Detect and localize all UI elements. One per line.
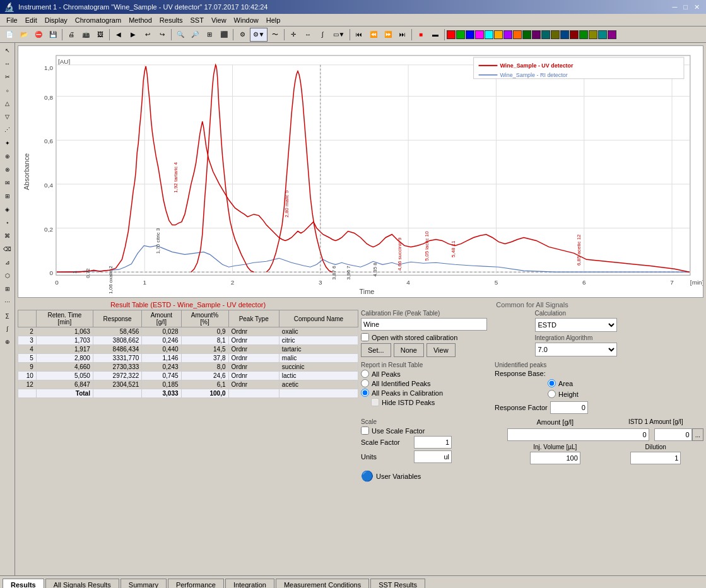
preview-btn[interactable]: 🖼 bbox=[93, 28, 107, 42]
sidebar-tool-10[interactable]: ✉ bbox=[1, 177, 14, 189]
print2-btn[interactable]: 📠 bbox=[79, 28, 93, 42]
tab-measurement-conditions[interactable]: Measurement Conditions bbox=[276, 579, 369, 588]
tab-integration[interactable]: Integration bbox=[225, 579, 274, 588]
sidebar-tool-6[interactable]: ⋰ bbox=[1, 124, 14, 136]
menu-item-method[interactable]: Method bbox=[125, 15, 156, 25]
hide-istd-checkbox[interactable] bbox=[371, 398, 379, 406]
menu-item-display[interactable]: Display bbox=[41, 15, 71, 25]
color-stop-12[interactable] bbox=[560, 30, 569, 39]
color-stop-3[interactable] bbox=[475, 30, 484, 39]
istd-browse-button[interactable]: ... bbox=[692, 428, 703, 441]
color-stop-4[interactable] bbox=[485, 30, 493, 39]
sidebar-tool-22[interactable]: ⊕ bbox=[1, 336, 14, 348]
tab-performance[interactable]: Performance bbox=[168, 579, 224, 588]
cursor-btn[interactable]: ✛ bbox=[286, 28, 300, 42]
sidebar-tool-1[interactable]: ↔ bbox=[1, 57, 14, 70]
back-btn[interactable]: ◀ bbox=[112, 28, 126, 42]
settings-btn[interactable]: ⚙ bbox=[235, 28, 249, 42]
tab-all-signals-results[interactable]: All Signals Results bbox=[45, 579, 119, 588]
color-stop-14[interactable] bbox=[579, 30, 588, 39]
sidebar-tool-2[interactable]: ✂ bbox=[1, 71, 14, 83]
sidebar-tool-15[interactable]: ⌫ bbox=[1, 243, 14, 256]
menu-item-sst[interactable]: SST bbox=[187, 15, 208, 25]
integrate-btn[interactable]: ∫ bbox=[315, 28, 329, 42]
open-btn[interactable]: 📂 bbox=[17, 28, 31, 42]
sidebar-tool-5[interactable]: ▽ bbox=[1, 110, 14, 123]
sidebar-tool-14[interactable]: ⌘ bbox=[1, 230, 14, 242]
tab-results[interactable]: Results bbox=[3, 579, 44, 588]
sidebar-tool-13[interactable]: ⋆ bbox=[1, 216, 14, 229]
units-input[interactable] bbox=[414, 450, 452, 463]
new-btn[interactable]: 📄 bbox=[3, 28, 16, 42]
sidebar-tool-17[interactable]: ⬡ bbox=[1, 269, 14, 282]
select-btn[interactable]: ▭▼ bbox=[330, 28, 348, 42]
amount-input[interactable] bbox=[507, 428, 649, 441]
sidebar-tool-11[interactable]: ⊞ bbox=[1, 190, 14, 203]
calib-file-input[interactable] bbox=[361, 318, 487, 331]
filter-btn[interactable]: ⚙▼ bbox=[250, 28, 268, 42]
minimize-button[interactable]: ─ bbox=[670, 3, 680, 11]
overlay-btn[interactable]: ▬ bbox=[428, 28, 442, 42]
color-stop-15[interactable] bbox=[589, 30, 597, 39]
color-stop-1[interactable] bbox=[456, 30, 465, 39]
menu-item-file[interactable]: File bbox=[3, 15, 21, 25]
zoom-all-btn[interactable]: ⊞ bbox=[203, 28, 216, 42]
zoom-out-btn[interactable]: 🔎 bbox=[188, 28, 202, 42]
sidebar-tool-4[interactable]: △ bbox=[1, 97, 14, 110]
move-btn[interactable]: ↔ bbox=[301, 28, 315, 42]
istd-amount-input[interactable] bbox=[654, 428, 692, 441]
prev-btn[interactable]: ⏪ bbox=[367, 28, 380, 42]
color-stop-9[interactable] bbox=[532, 30, 541, 39]
dilution-input[interactable] bbox=[630, 452, 681, 464]
forward-btn[interactable]: ⏭ bbox=[396, 28, 409, 42]
sidebar-tool-7[interactable]: ✦ bbox=[1, 137, 14, 150]
height-radio[interactable] bbox=[548, 390, 556, 398]
all-identified-radio[interactable] bbox=[361, 379, 369, 387]
sidebar-tool-21[interactable]: ∫ bbox=[1, 322, 14, 335]
color-stop-11[interactable] bbox=[551, 30, 560, 39]
sidebar-tool-18[interactable]: ⊞ bbox=[1, 283, 14, 295]
open-stored-checkbox[interactable] bbox=[361, 333, 369, 341]
wave-btn[interactable]: 〜 bbox=[268, 28, 282, 42]
sidebar-tool-19[interactable]: ⋯ bbox=[1, 296, 14, 309]
menu-item-view[interactable]: View bbox=[208, 15, 230, 25]
zoom-in-btn[interactable]: 🔍 bbox=[174, 28, 187, 42]
color-stop-10[interactable] bbox=[541, 30, 550, 39]
all-peaks-radio[interactable] bbox=[361, 370, 369, 378]
none-button[interactable]: None bbox=[394, 343, 424, 357]
menu-item-edit[interactable]: Edit bbox=[21, 15, 41, 25]
response-factor-input[interactable] bbox=[550, 401, 588, 414]
stop-btn[interactable]: ⛔ bbox=[32, 28, 45, 42]
use-scale-factor-checkbox[interactable] bbox=[361, 426, 369, 435]
area-radio[interactable] bbox=[548, 379, 556, 387]
integration-alg-select[interactable]: 7.0 bbox=[535, 343, 617, 356]
color-stop-6[interactable] bbox=[503, 30, 512, 39]
undo-btn[interactable]: ↩ bbox=[141, 28, 155, 42]
sidebar-tool-20[interactable]: ∑ bbox=[1, 309, 14, 322]
view-button[interactable]: View bbox=[427, 343, 456, 357]
menu-item-window[interactable]: Window bbox=[230, 15, 262, 25]
scale-factor-input[interactable] bbox=[414, 436, 452, 449]
menu-item-chromatogram[interactable]: Chromatogram bbox=[71, 15, 125, 25]
sidebar-tool-12[interactable]: ◈ bbox=[1, 203, 14, 216]
sidebar-tool-8[interactable]: ⊕ bbox=[1, 150, 14, 163]
print-btn[interactable]: 🖨 bbox=[64, 28, 78, 42]
color-stop-2[interactable] bbox=[466, 30, 474, 39]
tab-sst-results[interactable]: SST Results bbox=[370, 579, 425, 588]
color-stop-7[interactable] bbox=[513, 30, 522, 39]
sidebar-tool-0[interactable]: ↖ bbox=[1, 44, 14, 57]
all-calib-radio[interactable] bbox=[361, 389, 369, 397]
redo-btn[interactable]: ↪ bbox=[155, 28, 169, 42]
maximize-button[interactable]: □ bbox=[681, 3, 690, 11]
sidebar-tool-16[interactable]: ⊿ bbox=[1, 256, 14, 269]
color-stop-5[interactable] bbox=[494, 30, 503, 39]
sidebar-tool-3[interactable]: ⬦ bbox=[1, 84, 14, 97]
set-button[interactable]: Set... bbox=[361, 343, 391, 357]
color-stop-17[interactable] bbox=[608, 30, 616, 39]
rewind-btn[interactable]: ⏮ bbox=[352, 28, 366, 42]
stop2-btn[interactable]: ■ bbox=[414, 28, 428, 42]
sidebar-tool-9[interactable]: ⊗ bbox=[1, 163, 14, 176]
next-btn[interactable]: ⏩ bbox=[381, 28, 395, 42]
save-btn[interactable]: 💾 bbox=[46, 28, 60, 42]
color-stop-8[interactable] bbox=[522, 30, 531, 39]
